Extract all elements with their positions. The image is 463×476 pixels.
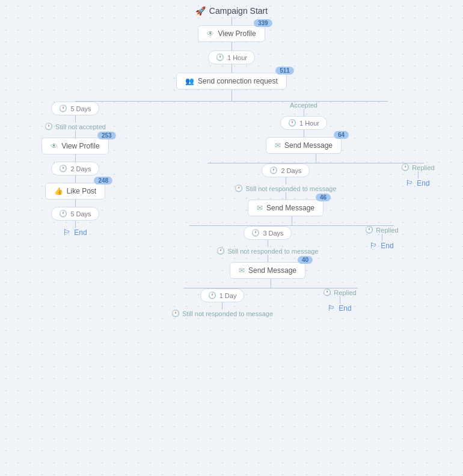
badge-40: 40 [298,256,313,264]
badge-339: 339 [254,19,272,27]
like-icon: 👍 [54,187,63,195]
send-connection-wrap: 511 👥 Send connection request [176,73,287,90]
still-not-responded-3-label: 🕐 Still not responded to message [171,310,273,317]
sub-right-2: 🕐 Replied 🏳 End [364,226,400,250]
delay-3days[interactable]: 🕐 3 Days [244,226,291,240]
delay-1day[interactable]: 🕐 1 Day [200,288,245,302]
campaign-start-label: 🚀 Campaign Start [195,6,268,16]
right-branch: Accepted 🕐 1 Hour 64 ✉ Send Message [171,102,436,317]
send-message-2-node[interactable]: ✉ Send Message [248,200,323,216]
clock-icon-4: 🕐 [59,210,67,218]
still-not-responded-2-label: 🕐 Still not responded to message [216,247,318,255]
replied-2-label: 🕐 Replied [365,226,398,234]
send-connection-node[interactable]: 👥 Send connection request [176,73,287,90]
vline [75,130,76,138]
flag-icon-2: 🏳 [406,178,414,188]
badge-46: 46 [316,194,331,201]
clock-icon-8: 🕐 [208,291,216,299]
still-not-responded-1-label: 🕐 Still not responded to message [235,185,336,192]
replied-3-icon: 🕐 [323,288,331,296]
vline [75,221,76,228]
replied-2-icon: 🕐 [365,226,373,234]
main-branch: 🕐 5 Days 🕐 Still not accepted 253 👁 View… [27,90,436,317]
vline [75,200,76,207]
badge-248: 248 [94,177,112,185]
sub-left-2: 🕐 3 Days 🕐 Still not responded to messag… [171,226,364,317]
vline-center [232,90,232,102]
sub-left-3: 🕐 1 Day 🕐 Still not responded to [171,288,273,317]
view-profile-1-node[interactable]: 👁 View Profile [198,25,265,42]
clock-small-4: 🕐 [171,310,180,317]
vline [232,17,232,25]
send-message-1-wrap: 64 ✉ Send Message [266,137,342,154]
vline [75,154,76,162]
vline [268,240,268,247]
eye-icon-2: 👁 [51,142,58,150]
vline [232,42,232,50]
vline [382,234,382,241]
clock-icon-5: 🕐 [288,119,296,127]
still-not-accepted-label: 🕐 Still not accepted [44,123,106,130]
like-post-wrap: 248 👍 Like Post [45,183,105,200]
vline [292,216,292,226]
branch-connector [27,90,436,102]
flag-icon-3: 🏳 [370,241,378,250]
badge-253: 253 [97,132,116,139]
vline [222,302,222,310]
send-message-3-node[interactable]: ✉ Send Message [230,262,305,279]
left-branch: 🕐 5 Days 🕐 Still not accepted 253 👁 View… [27,102,123,237]
people-icon: 👥 [185,77,194,85]
sub-branch-1: 🕐 2 Days 🕐 Still not responded to messag… [171,154,436,317]
badge-511: 511 [275,67,294,75]
delay-5days-1[interactable]: 🕐 5 Days [51,102,99,115]
eye-icon-1: 👁 [207,29,214,38]
delay-2days-2[interactable]: 🕐 2 Days [262,163,309,177]
send-message-3-wrap: 40 ✉ Send Message [230,262,305,279]
delay-2days-1[interactable]: 🕐 2 Days [51,162,99,175]
end-2-node[interactable]: 🏳 End [406,178,429,188]
vline [268,255,268,262]
vline [75,115,76,123]
branch-columns: 🕐 5 Days 🕐 Still not accepted 253 👁 View… [27,102,436,317]
envelope-icon-1: ✉ [275,141,281,150]
accepted-label: Accepted [290,102,317,109]
clock-small-icon: 🕐 [44,123,53,130]
sub-branch-1-cols: 🕐 2 Days 🕐 Still not responded to messag… [171,163,436,317]
sub-branch-2: 🕐 3 Days 🕐 Still not responded to messag… [171,216,400,317]
envelope-icon-3: ✉ [239,266,245,275]
view-profile-1-wrap: 339 👁 View Profile [198,25,265,42]
sub-right-3: 🕐 Replied 🏳 End [316,288,364,313]
view-profile-2-node[interactable]: 👁 View Profile [41,138,108,154]
replied-1-label: 🕐 Replied [401,163,434,171]
vline [304,109,304,116]
badge-64: 64 [334,131,349,139]
delay-5days-2[interactable]: 🕐 5 Days [51,207,99,221]
vline [271,279,271,288]
delay-1hour-1[interactable]: 🕐 1 Hour [208,50,255,64]
end-3-node[interactable]: 🏳 End [370,241,393,250]
end-1-node[interactable]: 🏳 End [63,228,87,237]
clock-icon-7: 🕐 [251,229,260,237]
sub-branch-2-connector [171,216,400,226]
flag-icon-1: 🏳 [63,228,71,237]
send-message-1-node[interactable]: ✉ Send Message [266,137,342,154]
flow-container: 🚀 Campaign Start 339 👁 View Profile 🕐 1 … [0,0,463,329]
send-message-2-wrap: 46 ✉ Send Message [248,200,323,216]
end-4-node[interactable]: 🏳 End [328,304,351,313]
clock-icon-2: 🕐 [59,105,67,112]
delay-1hour-2[interactable]: 🕐 1 Hour [280,116,327,130]
vline [286,192,286,200]
view-profile-2-wrap: 253 👁 View Profile [41,138,108,154]
envelope-icon-2: ✉ [257,204,263,212]
replied-1-icon: 🕐 [401,163,409,171]
clock-icon-6: 🕐 [269,166,278,174]
sub-branch-3-connector [171,279,364,288]
replied-3-label: 🕐 Replied [323,288,356,296]
clock-small-3: 🕐 [216,247,225,255]
like-post-node[interactable]: 👍 Like Post [45,183,105,200]
vline [340,296,340,304]
vline [75,175,76,183]
sub-branch-1-connector [171,154,436,163]
clock-icon-1: 🕐 [216,53,224,61]
sub-branch-3: 🕐 1 Day 🕐 Still not responded to [171,279,364,317]
